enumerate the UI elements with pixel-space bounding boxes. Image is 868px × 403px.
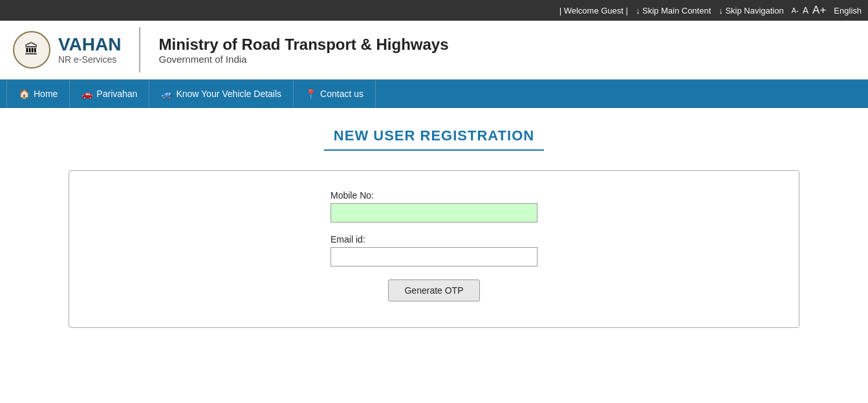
brand-nr: NR e-Services [58, 54, 121, 65]
form-card: Mobile No: Email id: Generate OTP [69, 170, 799, 328]
header-divider [139, 27, 140, 72]
logo-area: 🏛 VAHAN NR e-Services [13, 31, 121, 69]
email-label: Email id: [331, 234, 537, 245]
welcome-text: | Welcome Guest | [559, 6, 628, 16]
skip-main-content-link[interactable]: ↓ Skip Main Content [636, 6, 711, 16]
nav-parivahan[interactable]: 🚗 Parivahan [70, 80, 149, 108]
font-normal-btn[interactable]: A [803, 5, 808, 16]
email-input[interactable] [331, 247, 537, 267]
form-inner: Mobile No: Email id: Generate OTP [331, 190, 537, 301]
brand-vahan: VAHAN [58, 35, 121, 55]
ministry-text: Ministry of Road Transport & Highways Go… [158, 36, 448, 65]
page-title-underline [324, 149, 544, 151]
emblem-icon: 🏛 [13, 31, 50, 69]
nav-home[interactable]: 🏠 Home [6, 80, 70, 108]
contact-icon: 📍 [305, 89, 316, 99]
nav-vehicle-label: Know Your Vehicle Details [176, 89, 281, 99]
font-size-controls: A- A A+ [792, 4, 827, 17]
font-small-btn[interactable]: A- [792, 6, 799, 14]
top-bar: | Welcome Guest | ↓ Skip Main Content ↓ … [0, 0, 868, 21]
mobile-input[interactable] [331, 203, 537, 223]
home-icon: 🏠 [19, 89, 30, 99]
nav-know-vehicle[interactable]: 🚙 Know Your Vehicle Details [149, 80, 294, 108]
email-group: Email id: [331, 234, 537, 267]
mobile-label: Mobile No: [331, 190, 537, 201]
nav-home-label: Home [34, 89, 58, 99]
page-title: NEW USER REGISTRATION [13, 127, 855, 144]
generate-otp-button[interactable]: Generate OTP [388, 279, 479, 301]
ministry-title: Ministry of Road Transport & Highways [158, 36, 448, 54]
parivahan-icon: 🚗 [81, 89, 92, 99]
brand-text: VAHAN NR e-Services [58, 35, 121, 65]
skip-navigation-link[interactable]: ↓ Skip Navigation [719, 6, 783, 16]
header: 🏛 VAHAN NR e-Services Ministry of Road T… [0, 21, 868, 80]
nav-contact-label: Contact us [320, 89, 363, 99]
vehicle-icon: 🚙 [161, 89, 172, 99]
nav-parivahan-label: Parivahan [96, 89, 137, 99]
navbar: 🏠 Home 🚗 Parivahan 🚙 Know Your Vehicle D… [0, 80, 868, 108]
language-selector[interactable]: English [834, 6, 862, 16]
ministry-sub: Government of India [158, 54, 448, 65]
font-large-btn[interactable]: A+ [812, 4, 826, 17]
main-content: NEW USER REGISTRATION Mobile No: Email i… [0, 108, 868, 347]
mobile-group: Mobile No: [331, 190, 537, 223]
nav-contact[interactable]: 📍 Contact us [294, 80, 376, 108]
